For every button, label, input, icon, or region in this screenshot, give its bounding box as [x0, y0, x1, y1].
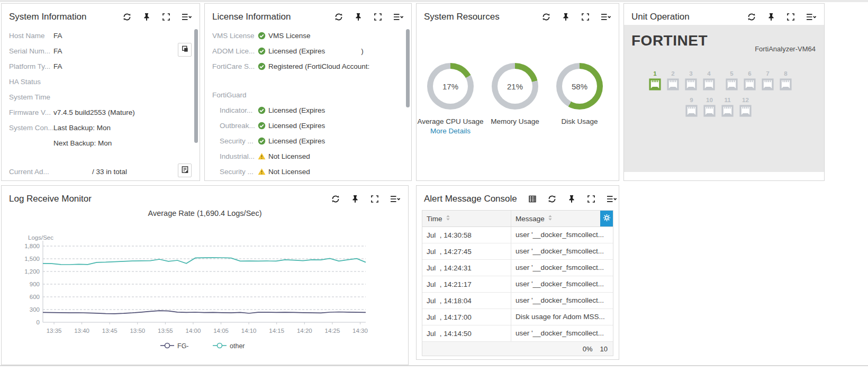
pin-icon[interactable] — [354, 13, 363, 21]
port-number: 6 — [748, 70, 751, 77]
port-5[interactable]: 5 — [726, 70, 738, 90]
svg-text:14:20: 14:20 — [297, 328, 312, 334]
alert-table-body: Jul , 14:30:58user '__docker_fsmcollect.… — [422, 227, 613, 342]
cell-time: Jul , 14:17:00 — [422, 309, 511, 325]
port-11[interactable]: 11 — [721, 96, 734, 117]
row-label: Outbreak... — [220, 118, 258, 133]
refresh-icon[interactable] — [542, 13, 550, 21]
port-1[interactable]: 1 — [649, 70, 661, 90]
fullscreen-icon[interactable] — [370, 195, 379, 203]
row-value: FA — [53, 59, 62, 74]
refresh-icon[interactable] — [548, 195, 556, 203]
refresh-icon[interactable] — [331, 195, 340, 203]
port-12[interactable]: 12 — [739, 96, 752, 117]
legend-item-other[interactable]: other — [213, 342, 245, 350]
row-value: Licensed (Expires — [268, 103, 325, 118]
gauge-label: Memory Usage — [480, 117, 550, 126]
port-10[interactable]: 10 — [703, 96, 716, 117]
menu-icon[interactable] — [607, 195, 617, 203]
svg-text:Logs/Sec: Logs/Sec — [28, 234, 53, 241]
port-number: 4 — [707, 70, 710, 77]
panel-header: System Information — [2, 4, 200, 27]
menu-icon[interactable] — [390, 195, 401, 203]
fullscreen-icon[interactable] — [786, 13, 795, 21]
pin-icon[interactable] — [562, 13, 570, 21]
column-header-time[interactable]: Time — [422, 211, 511, 226]
copy-serial-button[interactable] — [178, 43, 192, 57]
pin-icon[interactable] — [351, 195, 359, 203]
warning-icon — [258, 168, 266, 176]
column-header-message[interactable]: Message — [511, 211, 600, 226]
svg-text:1,200: 1,200 — [24, 268, 40, 275]
menu-icon[interactable] — [806, 13, 817, 21]
legend-item-FG-[interactable]: FG- — [160, 342, 189, 350]
port-icon — [685, 78, 697, 90]
info-row: HA Status — [2, 74, 200, 89]
panel-license-information: License Information VMS LicenseVMS Licen… — [204, 3, 412, 181]
table-row[interactable]: Jul , 14:18:04user '__docker_fsmcollect.… — [422, 293, 613, 309]
refresh-icon[interactable] — [334, 13, 343, 21]
fullscreen-icon[interactable] — [374, 13, 382, 21]
port-9[interactable]: 9 — [685, 96, 698, 117]
svg-text:14:25: 14:25 — [325, 328, 340, 334]
scrollbar-thumb[interactable] — [406, 29, 410, 107]
port-icon — [703, 105, 716, 117]
pin-icon[interactable] — [142, 13, 151, 21]
fullscreen-icon[interactable] — [162, 13, 170, 21]
cell-message: user '__docker_fsmcollect... — [511, 325, 613, 341]
port-4[interactable]: 4 — [703, 70, 715, 90]
gauge-value: 17% — [442, 82, 458, 91]
table-row[interactable]: Jul , 14:24:31user '__docker_fsmcollect.… — [422, 260, 613, 276]
row-label: Host Name — [9, 28, 53, 43]
menu-icon[interactable] — [393, 13, 404, 21]
refresh-icon[interactable] — [123, 13, 131, 21]
copy-icon — [181, 45, 189, 55]
table-icon[interactable] — [528, 195, 537, 203]
port-icon — [667, 78, 679, 90]
port-icon — [703, 78, 715, 90]
panel-alert-message-console: Alert Message Console Time Message Jul ,… — [416, 185, 619, 360]
svg-text:14:15: 14:15 — [269, 328, 284, 334]
admin-report-button[interactable] — [178, 164, 192, 177]
row-count: 10 — [600, 345, 608, 353]
row-value: Next Backup: Mon — [53, 135, 112, 151]
cpu-usage-gauge: 17% — [427, 63, 474, 110]
row-label: VMS License — [212, 28, 258, 43]
table-row[interactable]: Jul , 14:14:50user '__docker_fsmcollect.… — [422, 325, 613, 342]
table-row[interactable]: Jul , 14:27:45user '__docker_fsmcollect.… — [422, 243, 613, 260]
memory-usage-gauge: 21% — [492, 63, 538, 110]
port-8[interactable]: 8 — [780, 70, 792, 90]
memory-gauge-block: 21% Memory Usage — [492, 63, 538, 135]
port-7[interactable]: 7 — [762, 70, 774, 90]
port-6[interactable]: 6 — [744, 70, 756, 90]
svg-text:13:55: 13:55 — [158, 328, 173, 334]
refresh-icon[interactable] — [747, 13, 756, 21]
sort-icon — [548, 214, 553, 223]
row-value: FA — [53, 28, 62, 43]
port-number: 2 — [671, 70, 674, 77]
row-value: Last Backup: Mon — [53, 120, 111, 135]
table-row[interactable]: Jul , 14:30:58user '__docker_fsmcollect.… — [422, 227, 613, 243]
svg-text:1,800: 1,800 — [24, 243, 40, 249]
fullscreen-icon[interactable] — [587, 195, 595, 203]
scrollbar-thumb[interactable] — [194, 29, 198, 143]
port-2[interactable]: 2 — [667, 70, 679, 90]
more-details-link[interactable]: More Details — [415, 127, 485, 135]
fullscreen-icon[interactable] — [581, 13, 590, 21]
pin-icon[interactable] — [767, 13, 775, 21]
cell-message: user '__docker_fsmcollect... — [511, 260, 613, 276]
table-settings-button[interactable] — [600, 211, 613, 226]
scroll-percent: 0% — [583, 345, 593, 353]
menu-icon[interactable] — [182, 13, 192, 21]
table-row[interactable]: Jul , 14:21:17user '__docker_fsmcollect.… — [422, 276, 613, 293]
disk-usage-gauge: 58% — [556, 63, 603, 110]
cell-message: user '__docker_fsmcollect... — [511, 227, 613, 243]
check-icon — [258, 122, 266, 130]
table-row[interactable]: Jul , 14:17:00Disk usage for Adom MSS... — [422, 309, 613, 325]
port-icon — [721, 105, 734, 117]
pin-icon[interactable] — [567, 195, 576, 203]
row-label: ADOM Lice... — [212, 43, 258, 59]
menu-icon[interactable] — [601, 13, 611, 21]
chart-title: Average Rate (1,690.4 Logs/Sec) — [2, 209, 408, 217]
port-3[interactable]: 3 — [685, 70, 697, 90]
